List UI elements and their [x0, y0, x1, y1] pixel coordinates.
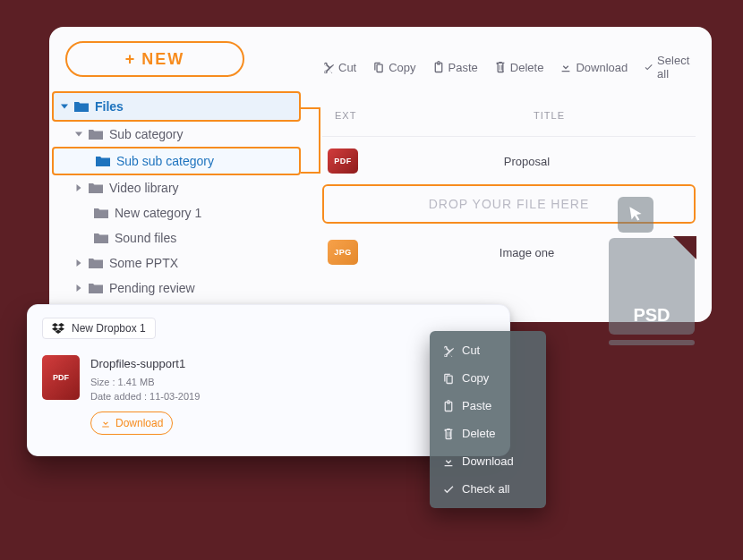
- tree-item-label: New category 1: [115, 206, 201, 220]
- download-label: Download: [115, 415, 163, 431]
- drop-zone-label: DROP YOUR FILE HERE: [429, 197, 590, 211]
- tree-item-label: Sub category: [109, 127, 184, 141]
- folder-icon: [88, 282, 104, 294]
- ctx-cut[interactable]: Cut: [430, 336, 546, 364]
- ext-badge-jpg: JPG: [328, 240, 358, 265]
- toolbar-cut[interactable]: Cut: [322, 61, 356, 74]
- delete-icon: [442, 428, 455, 440]
- ctx-copy[interactable]: Copy: [430, 364, 546, 392]
- new-button-label: NEW: [141, 50, 184, 69]
- toolbar-delete[interactable]: Delete: [494, 61, 544, 74]
- ctx-check-all[interactable]: Check all: [430, 475, 546, 503]
- tree-item-pending-review[interactable]: Pending review: [52, 276, 301, 301]
- toolbar-select-all[interactable]: Select all: [644, 54, 694, 81]
- paste-icon: [432, 61, 445, 73]
- file-title: Proposal: [358, 155, 696, 168]
- download-icon: [100, 418, 111, 428]
- file-row-proposal[interactable]: PDF Proposal: [322, 143, 696, 179]
- ctx-paste[interactable]: Paste: [430, 392, 546, 420]
- download-icon: [442, 455, 455, 468]
- toolbar-download[interactable]: Download: [559, 61, 628, 74]
- psd-underline: [609, 340, 695, 345]
- cursor-icon: [618, 197, 653, 233]
- tree-item-label: Some PPTX: [109, 256, 178, 270]
- tree-item-label: Video library: [109, 181, 179, 195]
- folder-icon: [73, 100, 90, 113]
- download-button[interactable]: Download: [90, 412, 173, 435]
- caret-right-icon: [75, 284, 82, 292]
- ext-badge-pdf: PDF: [328, 148, 358, 174]
- dropbox-file-entry[interactable]: PDF Dropfiles-support1 Size : 1.41 MB Da…: [42, 355, 495, 435]
- new-button[interactable]: + NEW: [65, 41, 244, 77]
- tree-connector-highlight: [301, 107, 320, 174]
- psd-drag-graphic: PSD: [609, 197, 716, 340]
- delete-icon: [494, 61, 507, 73]
- column-ext: EXT: [322, 110, 403, 121]
- download-icon: [559, 61, 572, 73]
- copy-icon: [442, 372, 455, 385]
- file-name: Dropfiles-support1: [90, 355, 200, 373]
- tree-item-label: Sound files: [115, 231, 176, 245]
- toolbar-copy[interactable]: Copy: [372, 61, 415, 74]
- toolbar-paste[interactable]: Paste: [432, 61, 478, 74]
- folder-icon: [88, 128, 104, 140]
- folder-icon: [95, 155, 111, 167]
- tree-item-sound-files[interactable]: Sound files: [52, 225, 301, 250]
- check-icon: [644, 61, 653, 73]
- caret-right-icon: [75, 259, 82, 267]
- psd-label: PSD: [609, 305, 695, 326]
- caret-down-icon: [61, 103, 68, 110]
- dropbox-icon: [52, 322, 64, 335]
- dropbox-title[interactable]: New Dropbox 1: [42, 318, 156, 339]
- folder-tree: Files Sub category Sub sub category Vide…: [52, 91, 301, 326]
- tree-item-new-category-1[interactable]: New category 1: [52, 200, 301, 225]
- tree-item-some-pptx[interactable]: Some PPTX: [52, 250, 301, 276]
- ctx-delete[interactable]: Delete: [430, 420, 546, 447]
- tree-item-video-library[interactable]: Video library: [52, 175, 301, 200]
- file-date: Date added : 11-03-2019: [90, 389, 200, 404]
- plus-icon: +: [125, 50, 137, 69]
- file-size: Size : 1.41 MB: [90, 375, 200, 390]
- content-header: EXT TITLE: [322, 94, 696, 137]
- tree-item-sub-category[interactable]: Sub category: [52, 122, 301, 147]
- ext-badge-pdf: PDF: [42, 355, 80, 400]
- cut-icon: [442, 344, 455, 357]
- tree-root-label: Files: [95, 99, 124, 114]
- folder-icon: [88, 182, 104, 194]
- ctx-download[interactable]: Download: [430, 447, 546, 475]
- folder-icon: [93, 232, 109, 244]
- psd-file-icon: PSD: [609, 238, 695, 335]
- caret-down-icon: [75, 131, 82, 138]
- cut-icon: [322, 61, 335, 73]
- tree-item-sub-sub-category[interactable]: Sub sub category: [52, 147, 301, 175]
- tree-item-label: Pending review: [109, 281, 195, 295]
- tree-item-label: Sub sub category: [116, 154, 214, 168]
- folder-icon: [93, 207, 109, 219]
- paste-icon: [442, 400, 455, 412]
- copy-icon: [372, 61, 385, 73]
- check-icon: [442, 483, 455, 496]
- folder-icon: [88, 257, 104, 269]
- caret-right-icon: [75, 184, 82, 191]
- dropbox-title-label: New Dropbox 1: [72, 322, 146, 335]
- context-menu: Cut Copy Paste Delete Download Check all: [430, 331, 546, 508]
- column-title: TITLE: [403, 110, 696, 121]
- toolbar: Cut Copy Paste Delete Download Select al…: [322, 54, 694, 81]
- file-meta: Dropfiles-support1 Size : 1.41 MB Date a…: [90, 355, 200, 435]
- tree-root[interactable]: Files: [52, 91, 301, 122]
